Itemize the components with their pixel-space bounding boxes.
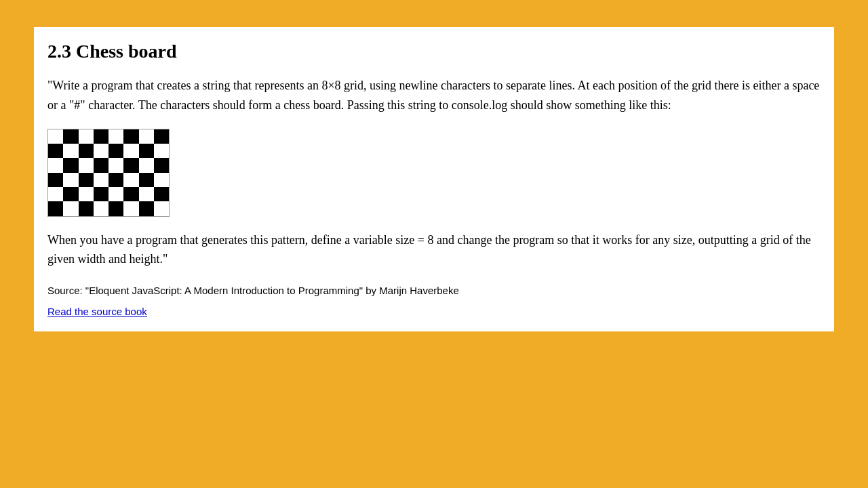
chess-board: [47, 129, 170, 217]
chess-cell: [94, 201, 108, 216]
chess-cell: [123, 144, 138, 158]
chess-cell: [108, 129, 123, 144]
chess-cell: [79, 201, 94, 216]
chess-cell: [48, 187, 63, 201]
chess-cell: [94, 144, 108, 158]
chess-cell: [139, 144, 154, 158]
chess-cell: [139, 201, 154, 216]
and-text: and: [437, 233, 454, 247]
chess-cell: [108, 187, 123, 201]
chess-cell: [154, 158, 169, 172]
chess-cell: [139, 158, 154, 172]
chess-cell: [79, 158, 94, 172]
source-attribution: Source: "Eloquent JavaScript: A Modern I…: [47, 283, 821, 299]
chess-cell: [94, 187, 108, 201]
chess-cell: [94, 129, 108, 144]
chess-cell: [63, 144, 78, 158]
chess-cell: [63, 187, 78, 201]
chess-cell: [123, 129, 138, 144]
main-card: 2.3 Chess board "Write a program that cr…: [34, 27, 834, 331]
chess-cell: [154, 201, 169, 216]
chess-cell: [154, 144, 169, 158]
card-description: "Write a program that creates a string t…: [47, 76, 821, 115]
chess-cell: [123, 173, 138, 187]
chess-cell: [123, 158, 138, 172]
page-title: 2.3 Chess board: [47, 41, 821, 62]
source-link[interactable]: Read the source book: [47, 306, 147, 317]
chess-cell: [79, 129, 94, 144]
chess-cell: [108, 173, 123, 187]
chess-cell: [48, 144, 63, 158]
chess-cell: [139, 129, 154, 144]
chess-cell: [139, 173, 154, 187]
chess-cell: [48, 129, 63, 144]
chess-cell: [79, 173, 94, 187]
chess-cell: [94, 158, 108, 172]
chess-cell: [79, 144, 94, 158]
chess-cell: [63, 173, 78, 187]
chess-cell: [154, 129, 169, 144]
chess-board-container: [47, 129, 821, 217]
chess-cell: [63, 201, 78, 216]
card-extra-text: When you have a program that generates t…: [47, 230, 821, 270]
chess-cell: [48, 158, 63, 172]
chess-cell: [63, 129, 78, 144]
chess-cell: [63, 158, 78, 172]
chess-cell: [139, 187, 154, 201]
chess-cell: [123, 201, 138, 216]
chess-cell: [48, 173, 63, 187]
chess-cell: [108, 158, 123, 172]
chess-cell: [154, 173, 169, 187]
chess-cell: [79, 187, 94, 201]
chess-cell: [94, 173, 108, 187]
chess-cell: [123, 187, 138, 201]
chess-cell: [108, 144, 123, 158]
chess-cell: [48, 201, 63, 216]
chess-cell: [154, 187, 169, 201]
chess-cell: [108, 201, 123, 216]
